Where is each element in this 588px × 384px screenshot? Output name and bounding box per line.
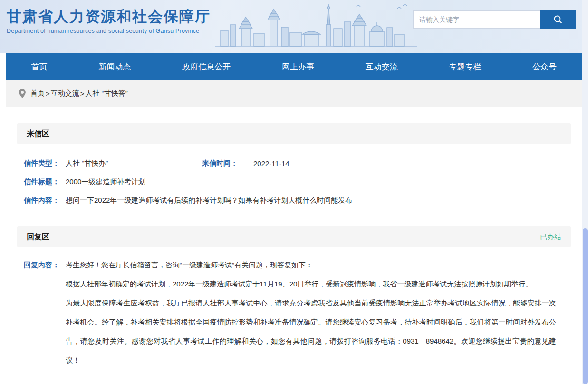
nav-item-interaction[interactable]: 互动交流 — [366, 61, 398, 72]
letter-section-title: 来信区 — [27, 129, 49, 139]
site-logo: 甘肃省人力资源和社会保障厅 Department of human resour… — [7, 8, 211, 34]
letter-content-value: 想问一下2022年一级建造师考试有后续的补考计划吗？如果有补考计划大概什么时间能… — [66, 196, 352, 205]
scrollbar-thumb[interactable] — [583, 228, 588, 384]
reply-section-header: 回复区 已办结 — [17, 226, 571, 247]
letter-subject-row: 信件标题： 2000一级建造师补考计划 — [24, 173, 571, 191]
nav-item-gov-info[interactable]: 政府信息公开 — [182, 61, 231, 72]
letter-subject-label: 信件标题： — [24, 177, 66, 187]
breadcrumb-interaction[interactable]: 互动交流 — [51, 89, 79, 98]
reply-content-label: 回复内容： — [24, 256, 66, 275]
main-nav: 首页 新闻动态 政府信息公开 网上办事 互动交流 专题专栏 公众号 — [6, 53, 582, 80]
breadcrumb-separator: > — [80, 89, 85, 98]
search-icon — [552, 14, 564, 25]
reply-content-row: 回复内容： 考生您好！您在厅长信箱留言，咨询“一级建造师考试”有关问题，现答复如… — [17, 247, 571, 370]
letter-type-label: 信件类型： — [24, 159, 66, 168]
search-button[interactable] — [540, 10, 576, 29]
letter-section-header: 来信区 — [17, 123, 571, 144]
scrollbar-track[interactable] — [582, 0, 588, 384]
site-header: 甘肃省人力资源和社会保障厅 Department of human resour… — [0, 0, 588, 53]
letter-type-row: 信件类型： 人社 “甘快办” 来信时间： 2022-11-14 — [24, 154, 571, 173]
breadcrumb: 首页 > 互动交流 > 人社 “甘快答” — [6, 80, 582, 107]
site-subtitle: Department of human resources and social… — [7, 28, 211, 34]
nav-item-news[interactable]: 新闻动态 — [99, 61, 131, 72]
location-pin-icon — [19, 89, 26, 98]
search-input[interactable] — [413, 10, 540, 29]
status-badge: 已办结 — [540, 233, 561, 242]
letter-subject-value: 2000一级建造师补考计划 — [66, 177, 145, 187]
reply-paragraph: 根据人社部年初确定的考试计划，2022年一级建造师考试定于11月19、20日举行… — [66, 275, 556, 294]
letter-time-value: 2022-11-14 — [253, 159, 289, 167]
main-content: 来信区 信件类型： 人社 “甘快办” 来信时间： 2022-11-14 信件标题… — [6, 123, 582, 370]
site-title: 甘肃省人力资源和社会保障厅 — [7, 8, 211, 25]
reply-paragraph: 为最大限度保障考生应考权益，我厅已报请人社部人事考试中心，请求充分考虑我省及其他… — [66, 294, 556, 370]
letter-content-row: 信件内容： 想问一下2022年一级建造师考试有后续的补考计划吗？如果有补考计划大… — [24, 191, 571, 210]
letter-fields: 信件类型： 人社 “甘快办” 来信时间： 2022-11-14 信件标题： 20… — [17, 144, 571, 210]
letter-content-label: 信件内容： — [24, 196, 66, 205]
nav-item-online-service[interactable]: 网上办事 — [282, 61, 314, 72]
nav-item-official-account[interactable]: 公众号 — [532, 61, 557, 72]
city-skyline-illustration — [214, 1, 418, 49]
letter-type-value: 人社 “甘快办” — [66, 159, 202, 168]
reply-section-title: 回复区 — [27, 232, 49, 242]
nav-item-home[interactable]: 首页 — [31, 61, 48, 72]
reply-content-text: 考生您好！您在厅长信箱留言，咨询“一级建造师考试”有关问题，现答复如下： 根据人… — [66, 256, 556, 370]
breadcrumb-separator: > — [46, 89, 50, 98]
nav-item-special-topics[interactable]: 专题专栏 — [449, 61, 481, 72]
breadcrumb-current-page[interactable]: 人社 “甘快答” — [86, 89, 128, 98]
site-search — [413, 10, 576, 29]
reply-paragraph: 考生您好！您在厅长信箱留言，咨询“一级建造师考试”有关问题，现答复如下： — [66, 256, 556, 275]
breadcrumb-home[interactable]: 首页 — [30, 89, 45, 98]
letter-time-label: 来信时间： — [202, 159, 253, 168]
